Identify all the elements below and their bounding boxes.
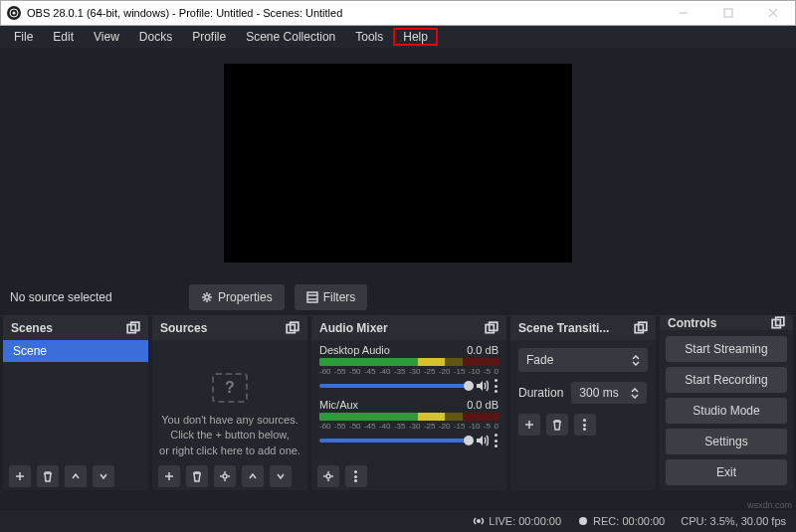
studio-mode-button[interactable]: Studio Mode (666, 398, 787, 424)
exit-button[interactable]: Exit (666, 459, 787, 485)
source-remove-button[interactable] (186, 465, 208, 487)
sources-placeholder-icon: ? (212, 373, 248, 403)
scene-up-button[interactable] (65, 465, 87, 487)
volume-meter (319, 358, 498, 366)
settings-button[interactable]: Settings (666, 429, 787, 454)
svg-point-18 (223, 474, 227, 478)
menu-file[interactable]: File (4, 28, 43, 46)
sources-title: Sources (160, 321, 207, 335)
mixer-menu-button[interactable] (345, 465, 367, 487)
status-cpu: CPU: 3.5%, 30.00 fps (681, 515, 786, 527)
volume-slider[interactable] (319, 439, 469, 443)
sources-empty-line2: Click the + button below, (170, 428, 290, 443)
controls-title: Controls (668, 316, 716, 330)
filters-button[interactable]: Filters (295, 284, 368, 310)
controls-dock: Controls Start Streaming Start Recording… (660, 316, 793, 490)
speaker-icon[interactable] (475, 379, 489, 393)
updown-icon (631, 388, 639, 399)
source-settings-button[interactable] (214, 465, 236, 487)
channel-menu-icon[interactable] (495, 434, 498, 447)
mixer-channel: Mic/Aux0.0 dB -60-55-50-45-40-35-30-25-2… (311, 395, 506, 449)
sources-empty-line1: You don't have any sources. (161, 413, 298, 428)
menu-scene-collection[interactable]: Scene Collection (236, 28, 345, 46)
record-icon (577, 515, 589, 527)
mixer-title: Audio Mixer (319, 321, 388, 335)
svg-rect-3 (724, 9, 732, 17)
filters-label: Filters (323, 290, 356, 304)
minimize-button[interactable] (661, 1, 705, 25)
duration-value: 300 ms (579, 386, 618, 400)
meter-ticks: -60-55-50-45-40-35-30-25-20-15-10-50 (319, 422, 498, 431)
transition-remove-button[interactable] (546, 414, 568, 436)
audio-mixer-dock: Audio Mixer Desktop Audio0.0 dB -60-55-5… (311, 316, 506, 490)
menu-help[interactable]: Help (393, 28, 438, 46)
mixer-channel: Desktop Audio0.0 dB -60-55-50-45-40-35-3… (311, 340, 506, 395)
transition-add-button[interactable] (518, 414, 540, 436)
menu-profile[interactable]: Profile (182, 28, 236, 46)
meter-ticks: -60-55-50-45-40-35-30-25-20-15-10-50 (319, 367, 498, 376)
svg-point-1 (13, 12, 16, 15)
app-logo-icon (7, 6, 21, 20)
svg-rect-7 (307, 292, 317, 302)
maximize-button[interactable] (705, 1, 750, 25)
popout-icon[interactable] (485, 321, 498, 335)
preview-canvas[interactable] (224, 64, 572, 263)
trash-icon (42, 470, 54, 482)
transitions-title: Scene Transiti... (518, 321, 609, 335)
properties-button[interactable]: Properties (189, 284, 285, 310)
scenes-title: Scenes (11, 321, 53, 335)
window-titlebar: OBS 28.0.1 (64-bit, windows) - Profile: … (0, 0, 796, 26)
svg-point-28 (477, 519, 481, 523)
mixer-settings-button[interactable] (317, 465, 339, 487)
speaker-icon[interactable] (475, 434, 489, 447)
volume-slider[interactable] (319, 384, 469, 388)
popout-icon[interactable] (126, 321, 140, 335)
popout-icon[interactable] (634, 321, 648, 335)
svg-point-6 (205, 295, 209, 299)
gear-icon (201, 291, 213, 303)
menu-tools[interactable]: Tools (345, 28, 393, 46)
gear-icon (219, 470, 231, 482)
duration-label: Duration (518, 386, 563, 400)
volume-meter (319, 413, 498, 421)
source-add-button[interactable] (158, 465, 180, 487)
preview-area (0, 48, 796, 278)
broadcast-icon (473, 515, 485, 527)
svg-point-29 (579, 517, 587, 525)
watermark: wsxdn.com (747, 500, 792, 510)
close-button[interactable] (750, 1, 795, 25)
sources-empty-state[interactable]: ? You don't have any sources. Click the … (152, 340, 307, 462)
popout-icon[interactable] (286, 321, 299, 335)
transition-menu-button[interactable] (574, 414, 596, 436)
start-recording-button[interactable]: Start Recording (666, 367, 787, 393)
channel-level: 0.0 dB (467, 344, 498, 356)
filters-icon (306, 291, 318, 303)
window-title: OBS 28.0.1 (64-bit, windows) - Profile: … (27, 7, 342, 19)
properties-label: Properties (218, 290, 273, 304)
start-streaming-button[interactable]: Start Streaming (666, 336, 787, 362)
duration-input[interactable]: 300 ms (571, 382, 647, 404)
updown-icon (632, 355, 640, 366)
transition-select[interactable]: Fade (518, 348, 648, 372)
source-up-button[interactable] (242, 465, 264, 487)
channel-menu-icon[interactable] (495, 379, 498, 393)
menu-edit[interactable]: Edit (43, 28, 84, 46)
scene-remove-button[interactable] (37, 465, 59, 487)
scenes-dock: Scenes Scene (3, 316, 148, 490)
status-rec: REC: 00:00:00 (593, 515, 665, 527)
source-down-button[interactable] (270, 465, 292, 487)
transitions-dock: Scene Transiti... Fade Duration 300 ms (510, 316, 656, 490)
popout-icon[interactable] (771, 316, 785, 330)
scene-down-button[interactable] (93, 465, 114, 487)
channel-level: 0.0 dB (467, 399, 498, 411)
scene-add-button[interactable] (9, 465, 31, 487)
no-source-label: No source selected (10, 290, 179, 304)
channel-name: Mic/Aux (319, 399, 358, 411)
context-bar: No source selected Properties Filters (0, 278, 796, 316)
menubar: File Edit View Docks Profile Scene Colle… (0, 26, 796, 48)
svg-point-21 (326, 474, 330, 478)
scene-item[interactable]: Scene (3, 340, 148, 362)
sources-dock: Sources ? You don't have any sources. Cl… (152, 316, 307, 490)
menu-docks[interactable]: Docks (129, 28, 182, 46)
menu-view[interactable]: View (84, 28, 129, 46)
